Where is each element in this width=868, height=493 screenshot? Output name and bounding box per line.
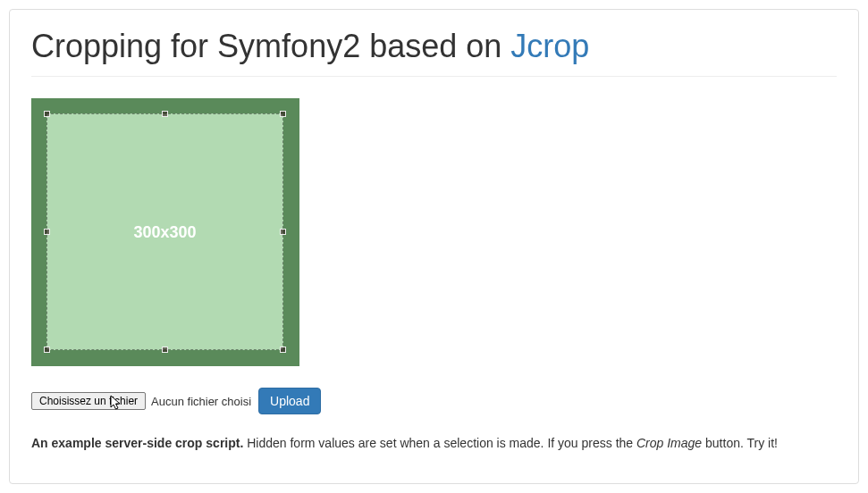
resize-handle-ne[interactable]	[280, 111, 286, 117]
description-em: Crop Image	[636, 436, 702, 450]
resize-handle-se[interactable]	[280, 347, 286, 353]
description-middle: Hidden form values are set when a select…	[243, 436, 636, 450]
crop-selection[interactable]: 300x300	[46, 113, 283, 350]
resize-handle-e[interactable]	[280, 229, 286, 235]
description-tail: button. Try it!	[702, 436, 778, 450]
controls-row: Choisissez un fichier Aucun fichier choi…	[31, 388, 837, 414]
header-divider	[31, 76, 837, 77]
resize-handle-sw[interactable]	[44, 347, 50, 353]
resize-handle-nw[interactable]	[44, 111, 50, 117]
upload-button[interactable]: Upload	[258, 388, 321, 414]
title-prefix: Cropping for Symfony2 based on	[31, 28, 510, 64]
jcrop-link[interactable]: Jcrop	[510, 28, 589, 64]
resize-handle-w[interactable]	[44, 229, 50, 235]
main-panel: Cropping for Symfony2 based on Jcrop 300…	[9, 9, 859, 484]
resize-handle-s[interactable]	[162, 347, 168, 353]
description-text: An example server-side crop script. Hidd…	[31, 436, 837, 450]
crop-image-area[interactable]: 300x300	[31, 98, 299, 366]
description-strong: An example server-side crop script.	[31, 436, 243, 450]
choose-file-button[interactable]: Choisissez un fichier	[31, 392, 146, 410]
page-title: Cropping for Symfony2 based on Jcrop	[31, 28, 837, 65]
placeholder-dimensions: 300x300	[133, 222, 196, 241]
resize-handle-n[interactable]	[162, 111, 168, 117]
file-status-text: Aucun fichier choisi	[151, 395, 251, 408]
